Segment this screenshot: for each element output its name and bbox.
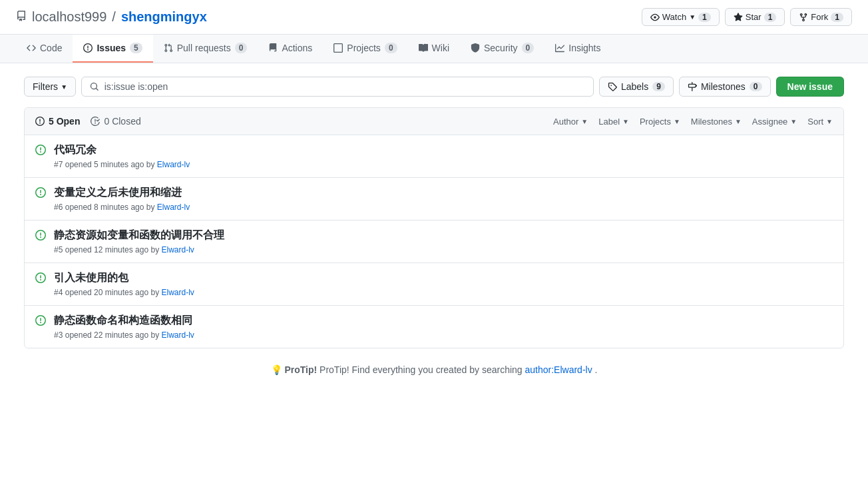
watch-label: Watch (662, 12, 686, 22)
new-issue-button[interactable]: New issue (776, 77, 844, 97)
tab-wiki[interactable]: Wiki (408, 35, 460, 63)
tab-insights[interactable]: Insights (544, 35, 611, 63)
author-filter-label: Author (553, 117, 578, 127)
star-count: 1 (764, 13, 777, 22)
tab-actions-label: Actions (282, 43, 312, 53)
watch-button[interactable]: Watch ▼ 1 (642, 8, 720, 26)
repo-separator: / (112, 9, 116, 25)
sort-filter-label: Sort (807, 117, 823, 127)
tab-security[interactable]: Security 0 (460, 35, 544, 63)
issue-opened-3: opened 22 minutes ago by (65, 330, 162, 340)
tab-pull-requests[interactable]: Pull requests 0 (153, 35, 258, 63)
issues-header: 5 Open 0 Closed Author ▼ Label ▼ (25, 108, 843, 135)
tab-actions[interactable]: Actions (258, 35, 323, 63)
search-box (81, 77, 594, 97)
issue-author-4[interactable]: Elward-lv (161, 288, 194, 297)
issue-number-6: #6 (54, 203, 63, 212)
issue-author-7[interactable]: Elward-lv (157, 160, 190, 169)
protip-link[interactable]: author:Elward-lv (525, 364, 592, 375)
issue-meta-3: #3 opened 22 minutes ago by Elward-lv (54, 330, 833, 340)
issue-meta-5: #5 opened 12 minutes ago by Elward-lv (54, 245, 833, 254)
tab-wiki-label: Wiki (432, 43, 449, 53)
top-bar: localhost999 / shengmingyx Watch ▼ 1 Sta… (0, 0, 868, 35)
filter-bar: Filters ▼ Labels 9 Milestones 0 (24, 77, 844, 97)
label-chevron-icon: ▼ (622, 118, 629, 125)
issue-row-3: 静态函数命名和构造函数相同 #3 opened 22 minutes ago b… (25, 306, 843, 348)
tab-projects[interactable]: Projects 0 (323, 35, 407, 63)
fork-button[interactable]: Fork 1 (790, 8, 852, 26)
issue-open-icon-4 (35, 272, 46, 285)
search-input[interactable] (105, 81, 585, 92)
tab-issues[interactable]: Issues 5 (73, 35, 152, 63)
issue-open-icon-5 (35, 230, 46, 243)
issue-title-7[interactable]: 代码冗余 (54, 143, 833, 157)
protip-bold: ProTip! (284, 364, 317, 375)
star-label: Star (746, 12, 761, 22)
repo-title: localhost999 / shengmingyx (16, 9, 207, 25)
tab-issues-label: Issues (97, 43, 126, 53)
sort-chevron-icon: ▼ (826, 118, 833, 125)
labels-button[interactable]: Labels 9 (599, 77, 674, 97)
issue-title-5[interactable]: 静态资源如变量和函数的调用不合理 (54, 229, 833, 243)
tab-insights-label: Insights (568, 43, 600, 53)
assignee-chevron-icon: ▼ (790, 118, 797, 125)
issue-author-6[interactable]: Elward-lv (157, 203, 190, 212)
tab-security-label: Security (484, 43, 518, 53)
repo-name[interactable]: shengmingyx (121, 9, 207, 25)
milestones-filter-label: Milestones (691, 117, 732, 127)
issue-row-7: 代码冗余 #7 opened 5 minutes ago by Elward-l… (25, 135, 843, 178)
projects-chevron-icon: ▼ (674, 118, 680, 125)
issues-container: 5 Open 0 Closed Author ▼ Label ▼ (24, 107, 844, 348)
protip: 💡 ProTip! ProTip! Find everything you cr… (24, 348, 844, 391)
tab-projects-count: 0 (385, 43, 397, 53)
sort-filter[interactable]: Sort ▼ (807, 117, 833, 127)
issue-meta-6: #6 opened 8 minutes ago by Elward-lv (54, 203, 833, 212)
issue-title-3[interactable]: 静态函数命名和构造函数相同 (54, 314, 833, 328)
issue-open-icon-3 (35, 315, 46, 328)
issue-number-7: #7 (54, 160, 63, 169)
author-chevron-icon: ▼ (581, 118, 588, 125)
protip-text: ProTip! Find everything you created by s… (320, 364, 523, 375)
issue-row-4: 引入未使用的包 #4 opened 20 minutes ago by Elwa… (25, 263, 843, 306)
repo-owner[interactable]: localhost999 (32, 9, 107, 25)
issue-opened-7: opened 5 minutes ago by (65, 160, 157, 169)
issue-number-4: #4 (54, 288, 63, 297)
new-issue-label: New issue (787, 81, 833, 92)
main-content: Filters ▼ Labels 9 Milestones 0 (8, 63, 860, 404)
star-button[interactable]: Star 1 (725, 8, 785, 26)
watch-count: 1 (698, 13, 711, 22)
label-filter-label: Label (598, 117, 620, 127)
search-icon (90, 82, 99, 91)
issue-open-icon-7 (35, 145, 46, 157)
milestones-button[interactable]: Milestones 0 (679, 77, 771, 97)
issue-row-5: 静态资源如变量和函数的调用不合理 #5 opened 12 minutes ag… (25, 221, 843, 263)
milestones-count: 0 (750, 82, 762, 91)
tab-code-label: Code (40, 43, 62, 53)
issues-header-left: 5 Open 0 Closed (35, 116, 141, 127)
issue-author-3[interactable]: Elward-lv (161, 330, 194, 340)
tab-projects-label: Projects (347, 43, 381, 53)
milestones-filter[interactable]: Milestones ▼ (691, 117, 742, 127)
closed-count[interactable]: 0 Closed (91, 116, 140, 127)
projects-filter[interactable]: Projects ▼ (640, 117, 680, 127)
issues-header-right: Author ▼ Label ▼ Projects ▼ Milestones ▼… (553, 117, 833, 127)
tab-issues-count: 5 (130, 43, 142, 53)
issue-title-4[interactable]: 引入未使用的包 (54, 271, 833, 285)
filters-label: Filters (33, 81, 58, 92)
filters-button[interactable]: Filters ▼ (24, 77, 76, 97)
author-filter[interactable]: Author ▼ (553, 117, 588, 127)
issue-content-6: 变量定义之后未使用和缩进 #6 opened 8 minutes ago by … (54, 186, 833, 212)
tab-code[interactable]: Code (16, 35, 73, 63)
assignee-filter[interactable]: Assignee ▼ (752, 117, 797, 127)
tab-pull-requests-label: Pull requests (177, 43, 231, 53)
closed-count-label: 0 Closed (104, 116, 140, 127)
open-count-label: 5 Open (49, 116, 80, 127)
issue-content-5: 静态资源如变量和函数的调用不合理 #5 opened 12 minutes ag… (54, 229, 833, 254)
issue-title-6[interactable]: 变量定义之后未使用和缩进 (54, 186, 833, 200)
open-count[interactable]: 5 Open (35, 116, 80, 127)
issue-author-5[interactable]: Elward-lv (161, 245, 194, 254)
labels-count: 9 (652, 82, 665, 91)
issue-row-6: 变量定义之后未使用和缩进 #6 opened 8 minutes ago by … (25, 178, 843, 221)
issue-number-5: #5 (54, 245, 63, 254)
label-filter[interactable]: Label ▼ (598, 117, 629, 127)
